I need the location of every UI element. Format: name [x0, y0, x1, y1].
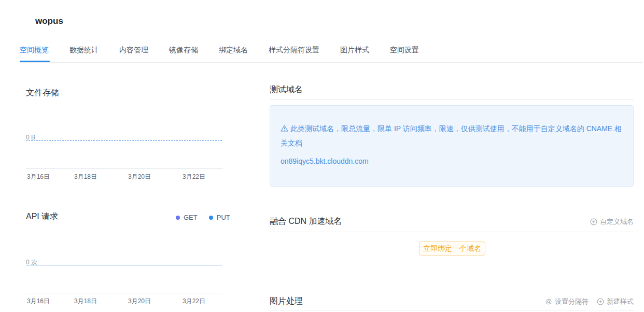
- tab-bar: 空间概览 数据统计 内容管理 镜像存储 绑定域名 样式分隔符设置 图片样式 空间…: [20, 46, 419, 55]
- get-series-dot-icon: [176, 216, 180, 220]
- test-domain-notice-panel: 此类测试域名，限总流量，限单 IP 访问频率，限速，仅供测试使用，不能用于自定义…: [270, 105, 634, 187]
- file-storage-x-axis: [26, 168, 223, 169]
- test-domain-notice: 此类测试域名，限总流量，限单 IP 访问频率，限速，仅供测试使用，不能用于自定义…: [281, 121, 627, 150]
- put-series-dot-icon: [209, 216, 213, 220]
- cdn-section-divider: [270, 232, 634, 232]
- tab-style-separator-settings[interactable]: 样式分隔符设置: [269, 46, 319, 55]
- api-requests-x-ticks: 3月16日 3月18日 3月20日 3月22日: [0, 297, 239, 305]
- tab-space-settings[interactable]: 空间设置: [390, 46, 419, 55]
- x-tick: 3月16日: [27, 173, 50, 181]
- file-storage-zero-label: 0 B: [26, 134, 35, 141]
- set-separator-label: 设置分隔符: [555, 297, 589, 306]
- custom-domain-button[interactable]: 自定义域名: [590, 217, 634, 226]
- new-style-button[interactable]: 新建样式: [597, 297, 634, 306]
- api-requests-chart-title: API 请求: [26, 211, 58, 222]
- bind-domain-button[interactable]: 立即绑定一个域名: [419, 242, 485, 256]
- x-tick: 3月20日: [128, 173, 151, 181]
- x-tick: 3月16日: [27, 297, 50, 306]
- file-storage-zero-line: [26, 140, 222, 141]
- file-storage-x-ticks: 3月16日 3月18日 3月20日 3月22日: [0, 173, 239, 181]
- tab-bind-domain[interactable]: 绑定域名: [219, 46, 248, 55]
- legend-item-put[interactable]: PUT: [209, 214, 230, 221]
- tab-bar-divider: [20, 62, 643, 63]
- bucket-title: wopus: [35, 16, 63, 26]
- gear-icon: [545, 298, 552, 305]
- api-requests-legend: GET PUT: [176, 214, 230, 221]
- api-requests-zero-line: [26, 265, 222, 265]
- legend-put-label: PUT: [217, 214, 230, 221]
- x-tick: 3月20日: [128, 297, 151, 306]
- test-domain-url[interactable]: on89iqyc5.bkt.clouddn.com: [281, 157, 369, 165]
- set-separator-button[interactable]: 设置分隔符: [545, 297, 589, 306]
- image-processing-section-title: 图片处理: [270, 296, 303, 307]
- notice-text: 此类测试域名，限总流量，限单 IP 访问频率，限速，仅供测试使用，不能用于自定义…: [290, 124, 614, 133]
- circle-plus-icon: [590, 218, 597, 225]
- x-tick: 3月18日: [74, 297, 97, 306]
- tab-data-statistics[interactable]: 数据统计: [69, 46, 99, 55]
- api-requests-zero-label: 0 次: [26, 258, 37, 267]
- file-storage-chart-title: 文件存储: [26, 88, 59, 98]
- api-requests-x-axis: [26, 293, 223, 293]
- tab-mirror-storage[interactable]: 镜像存储: [169, 46, 198, 55]
- x-tick: 3月18日: [74, 173, 97, 181]
- cdn-section-title: 融合 CDN 加速域名: [270, 216, 342, 227]
- circle-plus-icon: [597, 298, 604, 305]
- test-domain-section-title: 测试域名: [270, 84, 303, 95]
- new-style-label: 新建样式: [607, 297, 634, 306]
- tab-space-overview[interactable]: 空间概览: [20, 46, 49, 55]
- custom-domain-label: 自定义域名: [600, 217, 634, 226]
- image-processing-divider: [270, 310, 634, 310]
- legend-get-label: GET: [184, 214, 198, 221]
- tab-content-management[interactable]: 内容管理: [119, 46, 148, 55]
- tab-image-style[interactable]: 图片样式: [340, 46, 369, 55]
- x-tick: 3月22日: [183, 173, 205, 181]
- test-domain-divider: [270, 99, 634, 100]
- legend-item-get[interactable]: GET: [176, 214, 198, 221]
- image-processing-actions: 设置分隔符 新建样式: [545, 297, 634, 306]
- warning-icon: [281, 125, 288, 132]
- x-tick: 3月22日: [183, 297, 205, 306]
